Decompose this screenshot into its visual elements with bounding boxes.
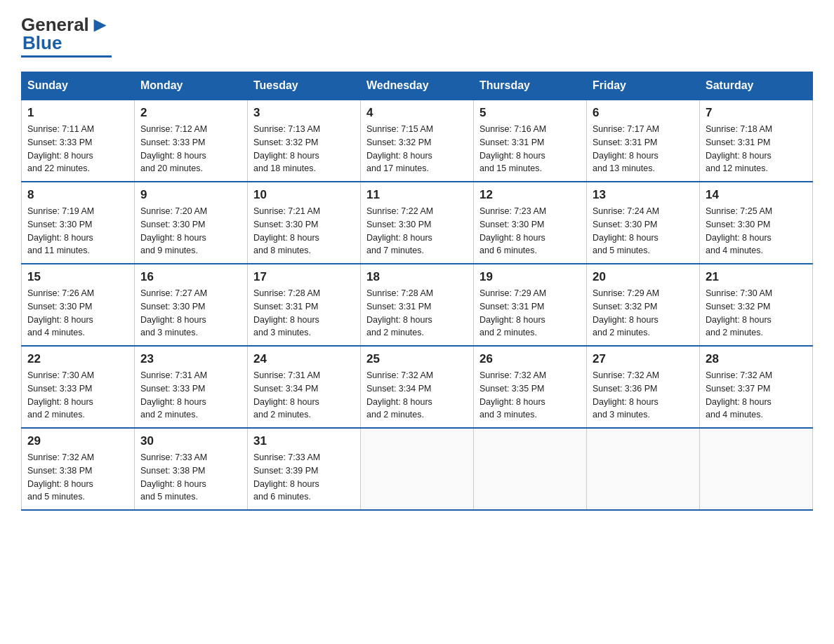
day-info: Sunrise: 7:31 AM Sunset: 3:33 PM Dayligh… [140, 369, 241, 422]
calendar-cell: 23 Sunrise: 7:31 AM Sunset: 3:33 PM Dayl… [135, 346, 248, 428]
day-number: 1 [27, 106, 128, 120]
day-number: 11 [366, 188, 468, 202]
calendar-week-row: 29 Sunrise: 7:32 AM Sunset: 3:38 PM Dayl… [22, 428, 813, 510]
column-header-thursday: Thursday [474, 72, 587, 100]
day-info: Sunrise: 7:11 AM Sunset: 3:33 PM Dayligh… [27, 123, 128, 175]
day-number: 14 [706, 188, 807, 202]
calendar-cell [700, 428, 813, 510]
calendar-cell: 15 Sunrise: 7:26 AM Sunset: 3:30 PM Dayl… [22, 264, 135, 346]
day-info: Sunrise: 7:16 AM Sunset: 3:31 PM Dayligh… [479, 123, 581, 175]
day-info: Sunrise: 7:21 AM Sunset: 3:30 PM Dayligh… [253, 205, 355, 257]
day-number: 12 [479, 188, 581, 202]
calendar-cell: 6 Sunrise: 7:17 AM Sunset: 3:31 PM Dayli… [587, 100, 700, 182]
logo: General ► Blue [21, 14, 112, 58]
calendar-cell: 14 Sunrise: 7:25 AM Sunset: 3:30 PM Dayl… [700, 182, 813, 264]
calendar-cell: 12 Sunrise: 7:23 AM Sunset: 3:30 PM Dayl… [474, 182, 587, 264]
calendar-cell [474, 428, 587, 510]
day-number: 28 [706, 352, 807, 366]
calendar-cell: 2 Sunrise: 7:12 AM Sunset: 3:33 PM Dayli… [135, 100, 248, 182]
day-number: 10 [253, 188, 355, 202]
calendar-table: SundayMondayTuesdayWednesdayThursdayFrid… [21, 72, 813, 511]
column-header-wednesday: Wednesday [361, 72, 474, 100]
day-number: 25 [366, 352, 468, 366]
calendar-week-row: 22 Sunrise: 7:30 AM Sunset: 3:33 PM Dayl… [22, 346, 813, 428]
calendar-cell: 22 Sunrise: 7:30 AM Sunset: 3:33 PM Dayl… [22, 346, 135, 428]
calendar-week-row: 1 Sunrise: 7:11 AM Sunset: 3:33 PM Dayli… [22, 100, 813, 182]
calendar-cell: 27 Sunrise: 7:32 AM Sunset: 3:36 PM Dayl… [587, 346, 700, 428]
calendar-cell: 16 Sunrise: 7:27 AM Sunset: 3:30 PM Dayl… [135, 264, 248, 346]
day-number: 16 [140, 270, 241, 284]
day-info: Sunrise: 7:15 AM Sunset: 3:32 PM Dayligh… [366, 123, 468, 175]
day-info: Sunrise: 7:19 AM Sunset: 3:30 PM Dayligh… [27, 205, 128, 257]
day-info: Sunrise: 7:24 AM Sunset: 3:30 PM Dayligh… [593, 205, 694, 257]
calendar-cell: 25 Sunrise: 7:32 AM Sunset: 3:34 PM Dayl… [361, 346, 474, 428]
logo-blue-text: Blue [22, 32, 62, 54]
day-info: Sunrise: 7:17 AM Sunset: 3:31 PM Dayligh… [593, 123, 694, 175]
day-info: Sunrise: 7:22 AM Sunset: 3:30 PM Dayligh… [366, 205, 468, 257]
calendar-cell [361, 428, 474, 510]
calendar-cell: 1 Sunrise: 7:11 AM Sunset: 3:33 PM Dayli… [22, 100, 135, 182]
day-number: 3 [253, 106, 355, 120]
column-header-tuesday: Tuesday [248, 72, 361, 100]
calendar-cell: 28 Sunrise: 7:32 AM Sunset: 3:37 PM Dayl… [700, 346, 813, 428]
calendar-cell: 8 Sunrise: 7:19 AM Sunset: 3:30 PM Dayli… [22, 182, 135, 264]
day-number: 6 [593, 106, 694, 120]
day-number: 4 [366, 106, 468, 120]
calendar-week-row: 15 Sunrise: 7:26 AM Sunset: 3:30 PM Dayl… [22, 264, 813, 346]
calendar-cell [587, 428, 700, 510]
day-info: Sunrise: 7:29 AM Sunset: 3:32 PM Dayligh… [593, 287, 694, 340]
day-number: 9 [140, 188, 241, 202]
column-header-sunday: Sunday [22, 72, 135, 100]
day-info: Sunrise: 7:32 AM Sunset: 3:34 PM Dayligh… [366, 369, 468, 422]
day-number: 7 [706, 106, 807, 120]
logo-general-text: General [21, 15, 89, 34]
day-info: Sunrise: 7:29 AM Sunset: 3:31 PM Dayligh… [479, 287, 581, 340]
day-number: 21 [706, 270, 807, 284]
calendar-cell: 31 Sunrise: 7:33 AM Sunset: 3:39 PM Dayl… [248, 428, 361, 510]
day-info: Sunrise: 7:25 AM Sunset: 3:30 PM Dayligh… [706, 205, 807, 257]
logo-underline [21, 55, 112, 58]
day-number: 26 [479, 352, 581, 366]
column-header-saturday: Saturday [700, 72, 813, 100]
calendar-header-row: SundayMondayTuesdayWednesdayThursdayFrid… [22, 72, 813, 100]
column-header-friday: Friday [587, 72, 700, 100]
calendar-cell: 10 Sunrise: 7:21 AM Sunset: 3:30 PM Dayl… [248, 182, 361, 264]
calendar-cell: 20 Sunrise: 7:29 AM Sunset: 3:32 PM Dayl… [587, 264, 700, 346]
day-info: Sunrise: 7:33 AM Sunset: 3:38 PM Dayligh… [140, 451, 241, 504]
day-number: 30 [140, 434, 241, 448]
calendar-cell: 5 Sunrise: 7:16 AM Sunset: 3:31 PM Dayli… [474, 100, 587, 182]
calendar-cell: 17 Sunrise: 7:28 AM Sunset: 3:31 PM Dayl… [248, 264, 361, 346]
calendar-cell: 4 Sunrise: 7:15 AM Sunset: 3:32 PM Dayli… [361, 100, 474, 182]
day-number: 2 [140, 106, 241, 120]
day-info: Sunrise: 7:32 AM Sunset: 3:38 PM Dayligh… [27, 451, 128, 504]
day-number: 22 [27, 352, 128, 366]
day-number: 5 [479, 106, 581, 120]
day-info: Sunrise: 7:13 AM Sunset: 3:32 PM Dayligh… [253, 123, 355, 175]
day-info: Sunrise: 7:28 AM Sunset: 3:31 PM Dayligh… [366, 287, 468, 340]
calendar-cell: 9 Sunrise: 7:20 AM Sunset: 3:30 PM Dayli… [135, 182, 248, 264]
day-info: Sunrise: 7:32 AM Sunset: 3:36 PM Dayligh… [593, 369, 694, 422]
day-number: 27 [593, 352, 694, 366]
day-number: 20 [593, 270, 694, 284]
calendar-cell: 29 Sunrise: 7:32 AM Sunset: 3:38 PM Dayl… [22, 428, 135, 510]
calendar-cell: 18 Sunrise: 7:28 AM Sunset: 3:31 PM Dayl… [361, 264, 474, 346]
day-info: Sunrise: 7:28 AM Sunset: 3:31 PM Dayligh… [253, 287, 355, 340]
logo-arrow-icon: ► [90, 14, 111, 35]
calendar-cell: 30 Sunrise: 7:33 AM Sunset: 3:38 PM Dayl… [135, 428, 248, 510]
day-info: Sunrise: 7:30 AM Sunset: 3:33 PM Dayligh… [27, 369, 128, 422]
day-number: 13 [593, 188, 694, 202]
calendar-week-row: 8 Sunrise: 7:19 AM Sunset: 3:30 PM Dayli… [22, 182, 813, 264]
day-info: Sunrise: 7:32 AM Sunset: 3:37 PM Dayligh… [706, 369, 807, 422]
day-info: Sunrise: 7:32 AM Sunset: 3:35 PM Dayligh… [479, 369, 581, 422]
day-number: 8 [27, 188, 128, 202]
day-number: 18 [366, 270, 468, 284]
calendar-cell: 11 Sunrise: 7:22 AM Sunset: 3:30 PM Dayl… [361, 182, 474, 264]
day-number: 24 [253, 352, 355, 366]
day-info: Sunrise: 7:31 AM Sunset: 3:34 PM Dayligh… [253, 369, 355, 422]
day-number: 29 [27, 434, 128, 448]
calendar-cell: 19 Sunrise: 7:29 AM Sunset: 3:31 PM Dayl… [474, 264, 587, 346]
day-info: Sunrise: 7:18 AM Sunset: 3:31 PM Dayligh… [706, 123, 807, 175]
day-info: Sunrise: 7:26 AM Sunset: 3:30 PM Dayligh… [27, 287, 128, 340]
day-number: 23 [140, 352, 241, 366]
calendar-cell: 26 Sunrise: 7:32 AM Sunset: 3:35 PM Dayl… [474, 346, 587, 428]
